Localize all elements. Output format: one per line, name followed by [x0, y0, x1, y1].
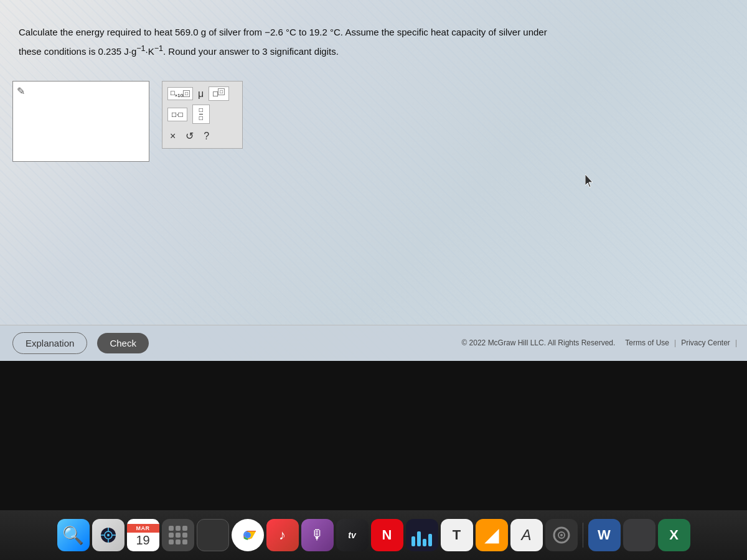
- dock-item-slash[interactable]: ◢: [476, 519, 508, 551]
- question-area: Calculate the energy required to heat 56…: [6, 19, 741, 68]
- dock-item-font[interactable]: T: [441, 519, 473, 551]
- answer-input-box[interactable]: ✎: [12, 81, 149, 162]
- math-toolbar: □×10 □ μ □□ □·□ □ □: [162, 81, 243, 149]
- toolbar-row-2: □·□ □ □: [167, 105, 237, 124]
- help-button[interactable]: ?: [201, 129, 212, 143]
- privacy-center-link[interactable]: Privacy Center: [681, 338, 730, 347]
- cursor-arrow: [585, 174, 598, 189]
- separator-1: |: [674, 338, 676, 347]
- question-line2: these conditions is 0.235 J·g−1·K−1. Rou…: [19, 42, 728, 59]
- fraction-icon: □ □: [199, 107, 203, 121]
- svg-point-3: [107, 534, 110, 536]
- separator-2: |: [735, 338, 737, 347]
- dock-item-dots[interactable]: [162, 519, 194, 551]
- x10-button[interactable]: □×10 □: [167, 87, 193, 100]
- check-button[interactable]: Check: [97, 333, 149, 353]
- dock-item-excel[interactable]: X: [658, 519, 690, 551]
- clear-button[interactable]: ×: [167, 129, 178, 143]
- svg-point-14: [560, 534, 563, 536]
- dock-item-calendar[interactable]: MAR 19: [127, 519, 159, 551]
- dock-item-music[interactable]: ♪: [266, 519, 299, 551]
- copyright-text: © 2022 McGraw Hill LLC. All Rights Reser…: [461, 338, 615, 347]
- answer-region: ✎ □×10 □ μ □□ □·□: [12, 81, 243, 162]
- webpage-content: Calculate the energy required to heat 56…: [0, 0, 747, 361]
- superscript-button[interactable]: □□: [209, 86, 229, 101]
- dock-divider: [583, 523, 583, 548]
- toolbar-action-row: × ↺ ?: [167, 129, 237, 143]
- dock-item-netflix[interactable]: N: [371, 519, 403, 551]
- footer-bar: © 2022 McGraw Hill LLC. All Rights Reser…: [451, 325, 747, 361]
- terms-of-use-link[interactable]: Terms of Use: [625, 338, 669, 347]
- bottom-bar: Explanation Check © 2022 McGraw Hill LLC…: [0, 325, 747, 361]
- multiply-button[interactable]: □·□: [167, 108, 187, 121]
- calendar-day: 19: [136, 534, 149, 546]
- calendar-month: MAR: [127, 524, 159, 533]
- dock-item-podcasts[interactable]: 🎙: [301, 519, 334, 551]
- mu-symbol: μ: [198, 88, 204, 100]
- dock-item-finder[interactable]: 🔍: [57, 519, 90, 551]
- dock-item-launchpad[interactable]: [92, 519, 125, 551]
- explanation-button[interactable]: Explanation: [12, 332, 87, 354]
- fraction-button[interactable]: □ □: [192, 105, 210, 124]
- dock-item-a[interactable]: A: [510, 519, 543, 551]
- dock-item-appletv[interactable]: tv: [336, 519, 369, 551]
- macos-dock: 🔍 MAR 19: [0, 510, 747, 560]
- dock-item-controlcenter[interactable]: [623, 519, 655, 551]
- dock-item-ring[interactable]: [545, 519, 578, 551]
- undo-button[interactable]: ↺: [183, 129, 196, 143]
- dock-item-word[interactable]: W: [588, 519, 621, 551]
- appletv-label: tv: [348, 530, 355, 540]
- dock-item-stats[interactable]: [406, 519, 438, 551]
- netflix-label: N: [382, 527, 392, 543]
- dock-item-empty-1[interactable]: [197, 519, 229, 551]
- toolbar-row-1: □×10 □ μ □□: [167, 86, 237, 101]
- pencil-icon: ✎: [17, 85, 25, 97]
- svg-point-11: [245, 532, 251, 538]
- svg-marker-0: [585, 174, 593, 187]
- below-fold-area: 🔍 MAR 19: [0, 361, 747, 560]
- question-line1: Calculate the energy required to heat 56…: [19, 25, 728, 40]
- dock-item-chrome[interactable]: [232, 519, 264, 551]
